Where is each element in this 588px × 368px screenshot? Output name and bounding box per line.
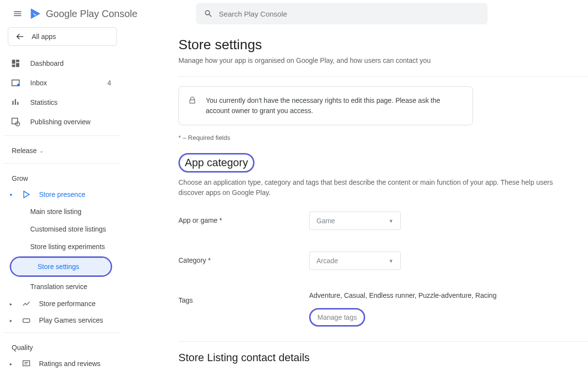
chevron-down-icon: ⌄ [39,148,43,154]
inbox-icon [10,78,21,88]
store-settings[interactable]: Store settings [11,258,111,275]
quality-section: Quality [4,337,121,355]
customised-listings[interactable]: Customised store listings [4,220,121,238]
gamepad-icon [20,316,32,325]
category-label: Category * [178,252,309,264]
nav-dashboard[interactable]: Dashboard [4,54,121,73]
statistics-icon [10,97,21,107]
all-apps-label: All apps [32,33,56,40]
lock-icon [189,96,196,105]
nav-statistics[interactable]: Statistics [4,93,121,112]
svg-rect-4 [23,361,30,366]
svg-rect-1 [12,118,18,124]
nav-inbox[interactable]: Inbox 4 [4,73,121,93]
play-games-services[interactable]: Play Games services [4,312,121,329]
translation-service[interactable]: Translation service [4,278,121,295]
permission-notice: You currently don't have the necessary r… [178,86,473,125]
trend-icon [20,299,32,308]
manage-tags-button[interactable]: Manage tags [311,310,364,325]
category-value: Arcade [316,257,338,265]
logo-text: Google Play Console [46,8,137,19]
all-apps-button[interactable]: All apps [8,27,117,46]
notice-text: You currently don't have the necessary r… [206,96,463,116]
page-title: Store settings [178,37,588,53]
ratings-reviews[interactable]: Ratings and reviews [4,355,121,368]
main-store-listing[interactable]: Main store listing [4,203,121,220]
app-or-game-label: App or game * [178,212,309,224]
page-subtitle: Manage how your app is organised on Goog… [178,57,588,64]
store-performance[interactable]: Store performance [4,295,121,312]
logo[interactable]: Google Play Console [29,7,137,20]
search-bar[interactable] [196,3,488,24]
required-note: * – Required fields [178,134,588,141]
app-category-desc: Choose an application type, category and… [178,177,568,198]
svg-rect-3 [23,319,30,323]
inbox-count: 4 [107,79,115,87]
store-presence[interactable]: Store presence [4,186,121,203]
dropdown-arrow-icon: ▼ [389,258,393,264]
main-content: Store settings Manage how your app is or… [125,27,588,368]
app-category-title: App category [178,153,255,173]
publishing-icon [10,117,21,127]
play-icon [20,190,32,199]
app-or-game-select[interactable]: Game ▼ [309,212,401,230]
arrow-left-icon [15,33,25,40]
category-select[interactable]: Arcade ▼ [309,252,401,270]
tags-value: Adventure, Casual, Endless runner, Puzzl… [309,291,588,299]
grow-section: Grow [4,168,121,186]
play-console-icon [29,7,42,20]
app-or-game-value: Game [316,217,335,225]
nav-publishing[interactable]: Publishing overview [4,112,121,132]
contact-details-title: Store Listing contact details [178,351,588,364]
menu-button[interactable] [8,4,27,23]
dashboard-icon [10,58,21,68]
search-icon [204,9,213,19]
reviews-icon [20,359,32,368]
hamburger-icon [13,9,22,19]
release-section[interactable]: Release ⌄ [4,140,121,159]
search-input[interactable] [219,10,480,18]
listing-experiments[interactable]: Store listing experiments [4,238,121,255]
sidebar: All apps Dashboard Inbox 4 Statistics Pu… [0,27,125,368]
tags-label: Tags [178,291,309,304]
dropdown-arrow-icon: ▼ [389,218,393,224]
svg-point-0 [17,84,20,86]
